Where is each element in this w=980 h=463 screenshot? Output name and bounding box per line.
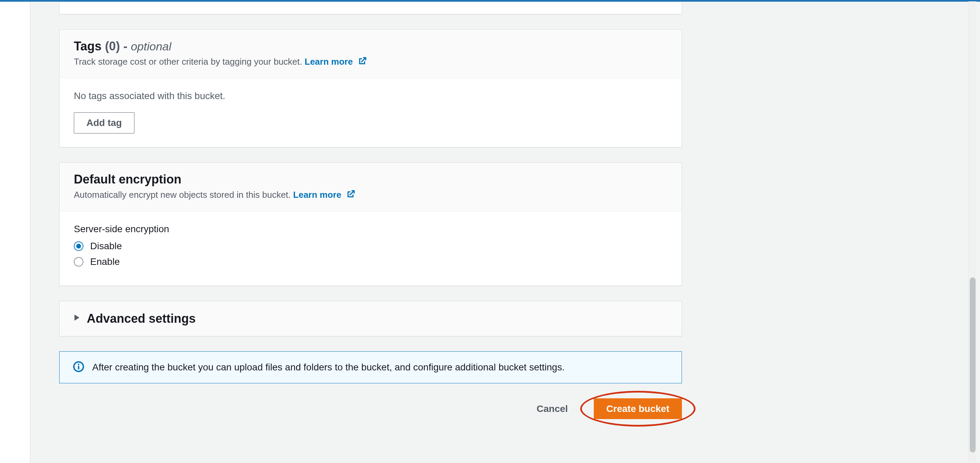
advanced-settings-title: Advanced settings: [87, 311, 196, 326]
tags-description-row: Track storage cost or other criteria by …: [74, 56, 667, 69]
create-bucket-button[interactable]: Create bucket: [594, 398, 682, 419]
svg-point-1: [78, 364, 79, 365]
sse-disable-label: Disable: [90, 241, 122, 252]
encryption-learn-more-text: Learn more: [293, 190, 342, 200]
tags-learn-more-link[interactable]: Learn more: [305, 56, 367, 67]
viewport: Tags (0) - optional Track storage cost o…: [0, 0, 980, 463]
tags-title-main: Tags: [74, 39, 102, 53]
tags-learn-more-text: Learn more: [305, 56, 353, 67]
tags-header: Tags (0) - optional Track storage cost o…: [60, 30, 682, 78]
tags-description: Track storage cost or other criteria by …: [74, 56, 302, 67]
encryption-title: Default encryption: [74, 172, 667, 187]
svg-rect-2: [78, 366, 79, 369]
tags-body: No tags associated with this bucket. Add…: [60, 78, 682, 147]
sse-radio-disable[interactable]: Disable: [74, 241, 667, 252]
add-tag-button[interactable]: Add tag: [74, 112, 134, 133]
advanced-settings-toggle[interactable]: Advanced settings: [59, 301, 682, 336]
sse-field-label: Server-side encryption: [74, 224, 667, 235]
encryption-description-row: Automatically encrypt new objects stored…: [74, 188, 667, 201]
encryption-body: Server-side encryption Disable Enable: [60, 211, 682, 286]
tags-section: Tags (0) - optional Track storage cost o…: [59, 29, 682, 147]
caret-right-icon: [74, 314, 80, 323]
tags-optional: optional: [130, 40, 171, 53]
encryption-section: Default encryption Automatically encrypt…: [59, 162, 682, 286]
tags-dash: -: [123, 39, 127, 53]
sse-radio-enable[interactable]: Enable: [74, 256, 667, 267]
info-icon: [73, 361, 84, 374]
encryption-header: Default encryption Automatically encrypt…: [60, 163, 682, 211]
tags-title: Tags (0) - optional: [74, 39, 667, 53]
encryption-description: Automatically encrypt new objects stored…: [74, 190, 291, 200]
cancel-button[interactable]: Cancel: [524, 399, 580, 419]
vertical-scrollbar[interactable]: [969, 2, 977, 461]
vertical-scrollbar-thumb[interactable]: [970, 278, 975, 452]
external-link-icon: [347, 189, 355, 201]
encryption-learn-more-link[interactable]: Learn more: [293, 190, 356, 200]
radio-icon-selected: [74, 241, 83, 251]
tags-empty-text: No tags associated with this bucket.: [74, 91, 667, 101]
top-accent-bar: [0, 0, 980, 2]
sse-enable-label: Enable: [90, 256, 120, 267]
form-column: Tags (0) - optional Track storage cost o…: [59, 0, 682, 419]
page-outer: Tags (0) - optional Track storage cost o…: [30, 0, 980, 463]
info-callout: After creating the bucket you can upload…: [59, 351, 682, 383]
tags-count: (0): [105, 39, 120, 53]
previous-section-stub: [59, 0, 682, 14]
external-link-icon: [358, 56, 367, 69]
radio-icon-unselected: [74, 257, 83, 267]
info-text: After creating the bucket you can upload…: [92, 362, 565, 373]
action-row: Cancel Create bucket: [59, 398, 682, 419]
create-button-wrap: Create bucket: [594, 398, 682, 419]
